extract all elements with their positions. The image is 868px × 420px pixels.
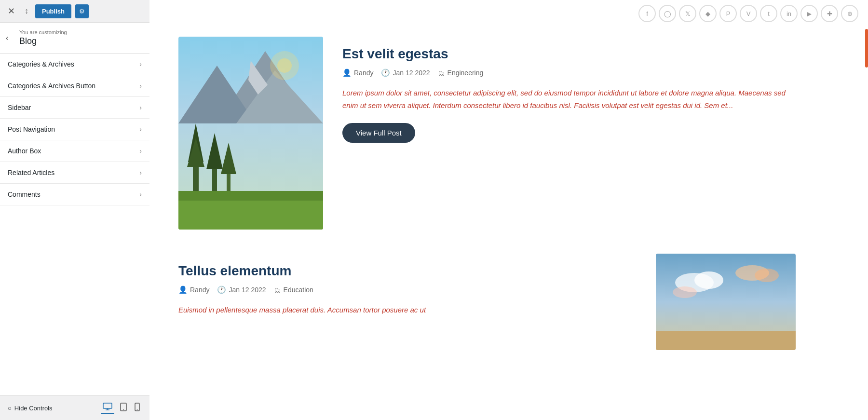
nav-item-label: Related Articles <box>8 169 54 176</box>
social-icon-4[interactable]: ◆ <box>699 5 717 22</box>
pinterest-icon[interactable]: P <box>719 5 737 22</box>
post-card-2: Tellus elementum 👤 Randy 🕐 Jan 12 2022 🗂… <box>178 254 796 350</box>
post-date-2: Jan 12 2022 <box>229 286 266 294</box>
panel-header: ‹ You are customizing Blog <box>0 23 149 54</box>
chevron-right-icon: › <box>139 169 142 176</box>
post-category-2: Education <box>284 286 313 294</box>
sidebar-item-author-box[interactable]: Author Box › <box>0 140 149 162</box>
post-content-2: Tellus elementum 👤 Randy 🕐 Jan 12 2022 🗂… <box>178 254 637 328</box>
sidebar-item-categories-archives[interactable]: Categories & Archives › <box>0 54 149 75</box>
reorder-button[interactable]: ↕ <box>22 5 31 17</box>
nav-item-label: Sidebar <box>8 104 31 111</box>
sidebar-item-related-articles[interactable]: Related Articles › <box>0 162 149 184</box>
tablet-view-button[interactable] <box>118 402 129 414</box>
clock-icon-2: 🕐 <box>217 285 226 294</box>
nav-item-label: Categories & Archives <box>8 60 74 68</box>
hide-controls-button[interactable]: ○ Hide Controls <box>8 405 53 412</box>
author-meta-2: 👤 Randy <box>178 285 209 294</box>
chevron-right-icon: › <box>139 147 142 155</box>
post-image-2 <box>656 254 796 350</box>
social-bar: f ◯ 𝕏 ◆ P V t in ▶ ✚ ⊕ <box>149 0 868 27</box>
right-preview-panel: f ◯ 𝕏 ◆ P V t in ▶ ✚ ⊕ <box>149 0 868 420</box>
chevron-right-icon: › <box>139 60 142 68</box>
bottom-controls: ○ Hide Controls <box>0 395 149 420</box>
chevron-right-icon: › <box>139 104 142 111</box>
section-title: Blog <box>19 36 142 46</box>
chevron-right-icon: › <box>139 125 142 133</box>
linkedin-icon[interactable]: in <box>780 5 798 22</box>
svg-point-4 <box>123 409 124 410</box>
left-customizer-panel: ✕ ↕ Publish ⚙ ‹ You are customizing Blog… <box>0 0 149 420</box>
social-icon-10[interactable]: ✚ <box>821 5 838 22</box>
back-button[interactable]: ‹ <box>6 34 8 42</box>
nav-list: Categories & Archives › Categories & Arc… <box>0 54 149 420</box>
nav-item-label: Post Navigation <box>8 125 55 133</box>
post-date: Jan 12 2022 <box>393 69 430 77</box>
tumblr-icon[interactable]: t <box>760 5 777 22</box>
customizing-label: You are customizing <box>19 29 142 35</box>
twitter-icon[interactable]: 𝕏 <box>679 5 696 22</box>
nav-item-label: Comments <box>8 190 41 198</box>
sidebar-item-comments[interactable]: Comments › <box>0 184 149 205</box>
mobile-view-button[interactable] <box>133 402 142 414</box>
hide-controls-label: Hide Controls <box>14 405 53 412</box>
youtube-icon[interactable]: ▶ <box>800 5 818 22</box>
svg-point-6 <box>137 409 138 410</box>
user-icon-2: 👤 <box>178 285 188 294</box>
post-meta-2: 👤 Randy 🕐 Jan 12 2022 🗂 Education <box>178 285 637 294</box>
post-content-1: Est velit egestas 👤 Randy 🕐 Jan 12 2022 … <box>342 37 796 143</box>
chevron-right-icon: › <box>139 190 142 198</box>
social-icon-11[interactable]: ⊕ <box>841 5 858 22</box>
post-meta-1: 👤 Randy 🕐 Jan 12 2022 🗂 Engineering <box>342 68 796 77</box>
post-card-1: Est velit egestas 👤 Randy 🕐 Jan 12 2022 … <box>178 37 796 230</box>
chevron-right-icon: › <box>139 82 142 90</box>
svg-point-28 <box>673 286 697 298</box>
post-title-2: Tellus elementum <box>178 263 637 279</box>
desktop-view-button[interactable] <box>101 402 114 414</box>
author-name-2: Randy <box>190 286 209 294</box>
post-image-1 <box>178 37 323 230</box>
scroll-indicator <box>865 29 868 68</box>
instagram-icon[interactable]: ◯ <box>659 5 676 22</box>
sidebar-item-post-navigation[interactable]: Post Navigation › <box>0 119 149 140</box>
category-meta-2: 🗂 Education <box>274 286 313 294</box>
nav-item-label: Author Box <box>8 147 41 155</box>
svg-rect-20 <box>178 201 323 230</box>
view-full-post-button[interactable]: View Full Post <box>342 123 415 143</box>
facebook-icon[interactable]: f <box>638 5 656 22</box>
gear-button[interactable]: ⚙ <box>75 4 89 18</box>
date-meta-2: 🕐 Jan 12 2022 <box>217 285 266 294</box>
post-excerpt-2: Euismod in pellentesque massa placerat d… <box>178 304 637 316</box>
publish-button[interactable]: Publish <box>35 4 71 18</box>
blog-posts-container: Est velit egestas 👤 Randy 🕐 Jan 12 2022 … <box>149 27 825 384</box>
svg-point-22 <box>277 58 292 73</box>
post-category: Engineering <box>448 69 484 77</box>
author-meta: 👤 Randy <box>342 68 373 77</box>
close-button[interactable]: ✕ <box>5 4 18 18</box>
post-title-1: Est velit egestas <box>342 46 796 62</box>
date-meta: 🕐 Jan 12 2022 <box>381 68 430 77</box>
device-icons <box>101 402 142 414</box>
sidebar-item-categories-archives-button[interactable]: Categories & Archives Button › <box>0 75 149 97</box>
toolbar: ✕ ↕ Publish ⚙ <box>0 0 149 23</box>
svg-rect-0 <box>103 403 112 408</box>
post-excerpt-1: Lorem ipsum dolor sit amet, consectetur … <box>342 87 796 111</box>
svg-rect-29 <box>656 331 796 350</box>
folder-icon-2: 🗂 <box>274 286 281 294</box>
author-name: Randy <box>354 69 373 77</box>
svg-point-27 <box>755 269 779 282</box>
user-icon: 👤 <box>342 68 352 77</box>
svg-point-25 <box>694 271 723 289</box>
category-meta: 🗂 Engineering <box>438 69 484 77</box>
folder-icon: 🗂 <box>438 69 445 77</box>
vimeo-icon[interactable]: V <box>740 5 757 22</box>
nav-item-label: Categories & Archives Button <box>8 82 95 90</box>
eye-icon: ○ <box>8 405 12 412</box>
sidebar-item-sidebar[interactable]: Sidebar › <box>0 97 149 119</box>
clock-icon: 🕐 <box>381 68 390 77</box>
